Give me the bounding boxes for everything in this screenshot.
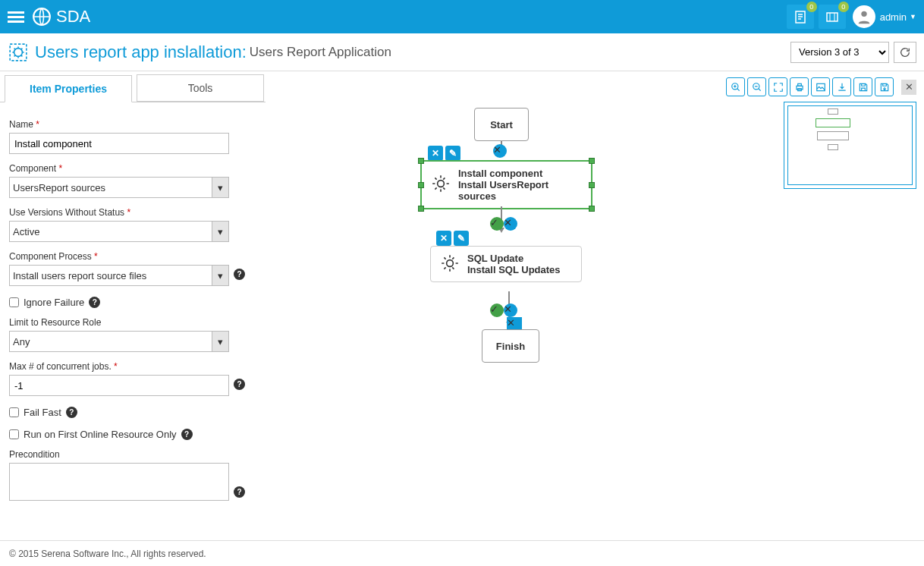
menu-icon[interactable] bbox=[8, 9, 24, 25]
save-arrow-icon bbox=[879, 82, 890, 93]
process-icon bbox=[8, 42, 29, 63]
close-icon: ✕ bbox=[905, 81, 913, 93]
avatar[interactable] bbox=[853, 5, 875, 28]
help-icon[interactable]: ? bbox=[66, 407, 77, 418]
help-icon[interactable]: ? bbox=[181, 429, 193, 440]
zoom-out-icon bbox=[752, 82, 762, 93]
svg-point-3 bbox=[861, 11, 866, 17]
svg-rect-2 bbox=[827, 13, 838, 21]
chevron-down-icon: ▾ bbox=[212, 332, 228, 351]
left-panel: Item Properties Tools Name * Component *… bbox=[0, 71, 266, 540]
canvas-toolbar: ✕ bbox=[724, 77, 916, 96]
globe-gear-icon bbox=[32, 7, 52, 27]
connector-badges: ✓ ✕ bbox=[490, 303, 517, 317]
connector-badges: ✓ ✕ bbox=[490, 217, 517, 231]
tasks-badge: 0 bbox=[838, 2, 849, 12]
install-component-node[interactable]: Install component Install UsersReport so… bbox=[421, 161, 592, 209]
connector-success-icon[interactable]: ✓ bbox=[490, 303, 504, 317]
minimap[interactable] bbox=[784, 102, 916, 189]
user-menu[interactable]: admin ▼ bbox=[880, 11, 916, 23]
reload-button[interactable] bbox=[894, 42, 916, 63]
connector-delete-button[interactable]: ✕ bbox=[504, 217, 517, 231]
version-select[interactable]: Version 3 of 3 bbox=[790, 42, 889, 63]
limit-select[interactable]: Any▾ bbox=[9, 331, 229, 352]
gear-icon bbox=[440, 253, 460, 275]
properties-form[interactable]: Name * Component * UsersReport sources▾ … bbox=[0, 102, 266, 540]
run-first-row: Run on First Online Resource Only ? bbox=[9, 429, 256, 440]
page-title-main: Users report app inslallation: bbox=[35, 42, 247, 62]
node-toolbar: ✕ ✎ bbox=[428, 146, 463, 161]
connector-success-icon[interactable]: ✓ bbox=[490, 217, 504, 231]
help-icon[interactable]: ? bbox=[89, 297, 100, 308]
user-icon bbox=[856, 8, 872, 25]
help-icon[interactable]: ? bbox=[234, 379, 245, 390]
save-icon bbox=[858, 82, 869, 93]
chevron-down-icon: ▼ bbox=[910, 13, 916, 20]
help-icon[interactable]: ? bbox=[234, 486, 245, 498]
node-edit-button[interactable]: ✎ bbox=[454, 231, 469, 246]
app-logo[interactable]: SDA bbox=[32, 7, 90, 27]
close-canvas-button[interactable]: ✕ bbox=[901, 80, 916, 95]
process-label: Component Process * bbox=[9, 251, 256, 262]
tab-tools[interactable]: Tools bbox=[137, 74, 264, 102]
component-select[interactable]: UsersReport sources▾ bbox=[9, 177, 229, 198]
help-icon[interactable]: ? bbox=[234, 269, 245, 280]
zoom-in-button[interactable] bbox=[726, 77, 745, 96]
export-icon bbox=[837, 82, 847, 93]
run-first-checkbox[interactable] bbox=[9, 429, 19, 439]
process-select[interactable]: Install users report source files▾ bbox=[9, 265, 229, 286]
print-button[interactable] bbox=[790, 77, 809, 96]
image-button[interactable] bbox=[811, 77, 830, 96]
chevron-down-icon: ▾ bbox=[212, 222, 228, 241]
svg-rect-9 bbox=[797, 83, 801, 86]
run-first-label: Run on First Online Resource Only bbox=[24, 429, 177, 440]
precondition-textarea[interactable] bbox=[9, 463, 229, 501]
chevron-down-icon: ▾ bbox=[212, 178, 228, 197]
refresh-icon bbox=[899, 46, 911, 58]
tasks-icon-button[interactable]: 0 bbox=[819, 5, 846, 29]
fit-icon bbox=[773, 82, 784, 93]
reports-badge: 0 bbox=[806, 2, 817, 12]
ignore-failure-checkbox[interactable] bbox=[9, 297, 19, 307]
mini-node bbox=[828, 108, 838, 115]
fit-button[interactable] bbox=[768, 77, 787, 96]
node-delete-button[interactable]: ✕ bbox=[436, 231, 451, 246]
image-icon bbox=[816, 82, 826, 93]
minimap-viewport bbox=[787, 105, 913, 185]
subheader: Users report app inslallation: Users Rep… bbox=[0, 33, 924, 71]
node-subtitle: Install SQL Updates bbox=[467, 264, 561, 275]
zoom-out-button[interactable] bbox=[747, 77, 766, 96]
tab-item-properties[interactable]: Item Properties bbox=[5, 75, 132, 102]
workflow-canvas[interactable]: ✕ Start ✕ ✕ ✎ Install component Install … bbox=[266, 71, 924, 540]
svg-point-13 bbox=[447, 259, 454, 266]
versions-label: Use Versions Without Status * bbox=[9, 207, 256, 218]
mini-node bbox=[817, 131, 849, 140]
max-input[interactable] bbox=[9, 375, 229, 396]
connector-delete[interactable]: ✕ bbox=[493, 144, 507, 158]
sql-update-node[interactable]: SQL Update Install SQL Updates bbox=[430, 246, 582, 282]
max-label: Max # of concurrent jobs. * bbox=[9, 361, 256, 372]
save-as-button[interactable] bbox=[875, 77, 894, 96]
fail-fast-label: Fail Fast bbox=[24, 407, 61, 418]
save-button[interactable] bbox=[853, 77, 872, 96]
component-label: Component * bbox=[9, 163, 256, 174]
export-button[interactable] bbox=[832, 77, 851, 96]
finish-node[interactable]: Finish bbox=[482, 329, 539, 363]
connector-delete-button[interactable]: ✕ bbox=[504, 303, 517, 317]
ignore-failure-label: Ignore Failure bbox=[24, 297, 84, 308]
name-input[interactable] bbox=[9, 133, 229, 154]
svg-point-12 bbox=[438, 181, 445, 187]
clipboard-icon bbox=[794, 10, 806, 24]
reports-icon-button[interactable]: 0 bbox=[787, 5, 814, 29]
topbar: SDA 0 0 admin ▼ bbox=[0, 0, 924, 33]
start-node[interactable]: Start bbox=[474, 108, 529, 141]
copyright-text: © 2015 Serena Software Inc., All rights … bbox=[9, 549, 206, 559]
node-subtitle: Install UsersReport sources bbox=[458, 179, 582, 202]
node-delete-button[interactable]: ✕ bbox=[428, 146, 443, 161]
node-toolbar: ✕ ✎ bbox=[436, 231, 471, 246]
footer: © 2015 Serena Software Inc., All rights … bbox=[0, 540, 924, 566]
node-edit-button[interactable]: ✎ bbox=[445, 146, 460, 161]
versions-select[interactable]: Active▾ bbox=[9, 221, 229, 242]
fail-fast-checkbox[interactable] bbox=[9, 407, 19, 417]
content-area: Item Properties Tools Name * Component *… bbox=[0, 71, 924, 540]
